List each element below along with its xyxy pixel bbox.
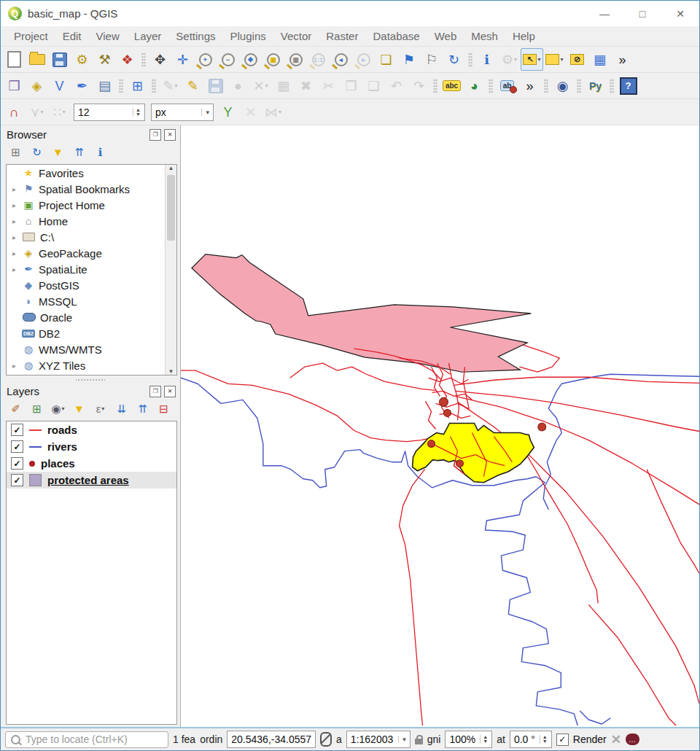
messages-icon[interactable]: … — [626, 734, 639, 745]
extent-tracking-icon[interactable] — [320, 732, 332, 747]
browser-item-project-home[interactable]: ▸▣Project Home — [7, 197, 176, 213]
menu-raster[interactable]: Raster — [319, 30, 365, 42]
new-map-view-button[interactable]: ❏ — [375, 48, 397, 71]
stop-rendering-icon[interactable]: ✕ — [611, 732, 621, 747]
snapping-type-dropdown[interactable]: ▾ — [63, 109, 66, 115]
redo-button[interactable]: ↷ — [408, 74, 430, 97]
browser-properties-button[interactable]: ℹ — [91, 143, 109, 161]
expand-arrow-icon[interactable]: ▸ — [10, 233, 18, 241]
snap-tolerance-spinner[interactable]: 12▲▼ — [74, 104, 145, 121]
menu-web[interactable]: Web — [427, 30, 464, 42]
snapping-mode-button[interactable]: ⋎▾ — [26, 101, 48, 123]
vertex-tool-button[interactable]: ✕▾ — [249, 74, 272, 97]
snap-units-dropdown-arrow[interactable]: ▾ — [201, 109, 209, 116]
expand-all-layers-button[interactable]: ⇊ — [112, 400, 131, 418]
magnifier-spin-buttons[interactable]: ▲▼ — [480, 735, 488, 743]
layer-labeling-options-button[interactable]: abc — [440, 74, 463, 97]
browser-float-button[interactable]: ❐ — [149, 129, 161, 141]
run-feature-action-dropdown[interactable]: ▾ — [514, 56, 517, 63]
intersection-snapping-button[interactable]: ✕ — [239, 101, 262, 123]
browser-item-postgis[interactable]: ◆PostGIS — [7, 277, 176, 293]
filter-browser-button[interactable]: ▼ — [49, 143, 67, 161]
refresh-browser-button[interactable]: ↻ — [28, 143, 46, 161]
run-feature-action-button[interactable]: ⚙▾ — [498, 48, 521, 71]
zoom-out-button[interactable]: − — [217, 48, 239, 71]
tracing-button[interactable]: Y — [217, 101, 239, 123]
manage-map-themes-dropdown[interactable]: ▾ — [62, 405, 65, 412]
browser-item-home[interactable]: ▸⌂Home — [7, 213, 176, 229]
data-source-manager-button[interactable]: ❒ — [3, 74, 26, 97]
add-selected-layers-button[interactable]: ⊞ — [7, 143, 25, 161]
save-project-button[interactable] — [48, 48, 71, 71]
open-attribute-table-button[interactable]: ▦ — [588, 48, 611, 71]
menu-help[interactable]: Help — [505, 30, 542, 42]
new-spatialite-layer-button[interactable]: ✒ — [71, 74, 93, 97]
paste-features-button[interactable]: ❑ — [362, 74, 385, 97]
filter-by-expression-button[interactable]: ε▾ — [91, 400, 109, 418]
modify-attributes-button[interactable]: ▦ — [272, 74, 295, 97]
new-shapefile-layer-button[interactable]: V — [48, 74, 71, 97]
collapse-all-browser-button[interactable]: ⇈ — [70, 143, 88, 161]
show-spatial-bookmarks-button[interactable]: ⚐ — [420, 48, 443, 71]
zoom-to-layer-button[interactable]: ▣ — [284, 48, 307, 71]
new-print-layout-button[interactable]: ⚙ — [71, 48, 93, 71]
show-layout-manager-button[interactable]: ⚒ — [93, 48, 116, 71]
vertex-tool-dropdown[interactable]: ▾ — [265, 82, 268, 89]
help-contents-button[interactable]: ? — [617, 74, 639, 97]
layer-row-protected-areas[interactable]: ✓protected areas — [7, 472, 176, 489]
scale-combobox[interactable]: 1:162003 ▾ — [346, 731, 411, 748]
remove-layer-button[interactable]: ⊟ — [155, 400, 173, 418]
toolbar1-overflow-button[interactable]: » — [611, 48, 634, 71]
layer-visibility-checkbox[interactable]: ✓ — [11, 424, 23, 436]
select-features-by-value-button[interactable]: ▾ — [543, 48, 566, 71]
open-layer-styling-button[interactable]: ✐ — [7, 400, 25, 418]
enable-snapping-button[interactable]: ∩ — [3, 101, 26, 123]
expand-arrow-icon[interactable]: ▸ — [10, 185, 18, 193]
pan-to-selection-button[interactable]: ✛ — [171, 48, 194, 71]
layer-row-rivers[interactable]: ✓rivers — [7, 438, 176, 455]
zoom-native-button[interactable]: 1:1 — [307, 48, 330, 71]
current-edits-button[interactable]: ✎▾ — [159, 74, 182, 97]
expand-arrow-icon[interactable]: ▸ — [10, 201, 18, 209]
browser-item-xyz-tiles[interactable]: ▸◍XYZ Tiles — [7, 357, 176, 373]
coordinate-input[interactable]: 20.5436,-34.0557 — [227, 731, 316, 748]
snap-units-combobox[interactable]: px▾ — [151, 104, 214, 121]
menu-mesh[interactable]: Mesh — [464, 30, 505, 42]
browser-item-spatial-bookmarks[interactable]: ▸⚑Spatial Bookmarks — [7, 181, 176, 197]
filter-by-expression-dropdown[interactable]: ▾ — [101, 405, 104, 412]
manage-map-themes-button[interactable]: ◉▾ — [49, 400, 67, 418]
layer-visibility-checkbox[interactable]: ✓ — [11, 440, 23, 453]
layer-diagram-options-button[interactable]: ◕ — [463, 74, 486, 97]
zoom-last-button[interactable]: ◂ — [330, 48, 352, 71]
expand-arrow-icon[interactable]: ▸ — [10, 217, 18, 225]
filter-legend-button[interactable]: ▼ — [70, 400, 88, 418]
layer-visibility-checkbox[interactable]: ✓ — [11, 457, 23, 470]
map-canvas[interactable] — [181, 125, 699, 727]
snap-tolerance-spin-buttons[interactable]: ▲▼ — [133, 108, 141, 116]
new-geopackage-layer-button[interactable]: ◈ — [26, 74, 48, 97]
new-virtual-layer-button[interactable]: ⊞ — [126, 74, 149, 97]
menu-settings[interactable]: Settings — [168, 30, 222, 42]
select-features-dropdown[interactable]: ▾ — [537, 56, 540, 63]
browser-item-mssql[interactable]: ◗MSSQL — [7, 293, 176, 309]
select-features-by-value-dropdown[interactable]: ▾ — [560, 56, 563, 63]
layer-visibility-checkbox[interactable]: ✓ — [11, 474, 23, 486]
expand-arrow-icon[interactable]: ▸ — [10, 362, 18, 370]
menu-vector[interactable]: Vector — [273, 30, 319, 42]
add-feature-button[interactable]: ● — [227, 74, 249, 97]
browser-item-wms-wmts[interactable]: ◍WMS/WMTS — [7, 341, 176, 357]
browser-item-oracle[interactable]: Oracle — [7, 309, 176, 325]
browser-item-spatialite[interactable]: ▸✒SpatiaLite — [7, 261, 176, 277]
menu-project[interactable]: Project — [7, 30, 55, 42]
lock-scale-icon[interactable] — [415, 739, 423, 744]
minimize-button[interactable]: — — [586, 1, 623, 26]
browser-item-favorites[interactable]: ★Favorites — [7, 165, 176, 181]
refresh-map-button[interactable]: ↻ — [443, 48, 465, 71]
deselect-features-button[interactable]: ⊘ — [566, 48, 588, 71]
snapping-marker-button[interactable]: ⋈▾ — [262, 101, 284, 123]
collapse-all-layers-button[interactable]: ⇈ — [133, 400, 152, 418]
layer-row-places[interactable]: ✓places — [7, 455, 176, 472]
layers-float-button[interactable]: ❐ — [149, 386, 161, 397]
menu-edit[interactable]: Edit — [55, 30, 89, 42]
delete-selected-button[interactable]: ✖ — [295, 74, 317, 97]
